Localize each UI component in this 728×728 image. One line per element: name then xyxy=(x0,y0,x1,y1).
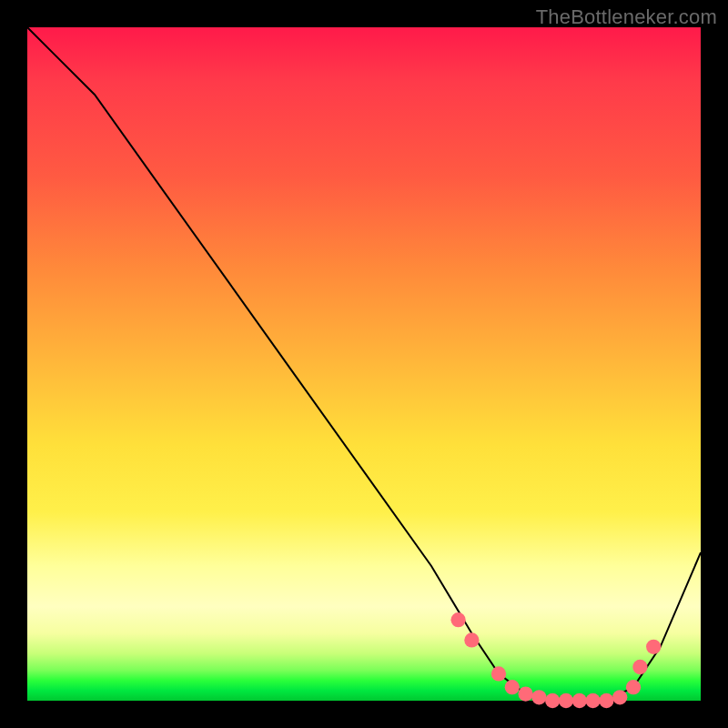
chart-frame: TheBottleneker.com xyxy=(0,0,728,728)
marker-dot xyxy=(559,693,573,708)
marker-dot xyxy=(612,690,627,704)
marker-dot xyxy=(646,640,661,654)
marker-dot xyxy=(491,666,506,681)
marker-dot xyxy=(464,632,479,647)
marker-dot xyxy=(599,693,613,708)
marker-dot xyxy=(545,693,560,708)
watermark-text: TheBottleneker.com xyxy=(536,5,717,29)
marker-dot xyxy=(518,686,532,701)
curve-layer xyxy=(27,27,701,701)
marker-dot xyxy=(585,693,600,708)
marker-dot xyxy=(505,680,520,694)
markers-layer xyxy=(450,612,661,708)
plot-area xyxy=(27,27,701,701)
marker-dot xyxy=(626,680,641,694)
marker-dot xyxy=(450,612,465,627)
marker-dot xyxy=(531,690,546,704)
marker-dot xyxy=(572,693,587,708)
chart-svg xyxy=(27,27,701,701)
curve-path xyxy=(27,27,701,701)
marker-dot xyxy=(632,660,647,674)
